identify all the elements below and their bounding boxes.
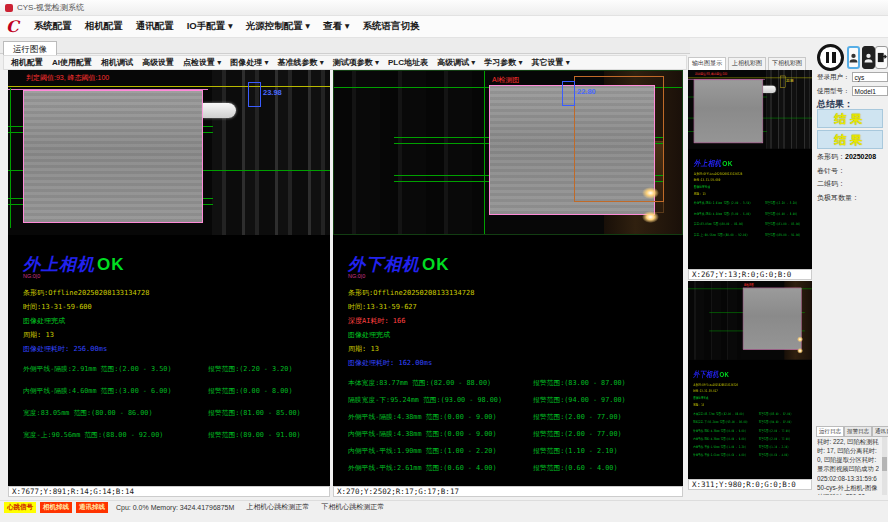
tab-strip: 运行图像 [0,38,690,54]
alarm-text: 报警范围:(83.00 - 87.00) [759,412,812,417]
result-box-top: 结果 [817,109,883,128]
menu-light-config[interactable]: 光源控制配置 ▾ [246,20,310,33]
bottom-camera-heartbeat-status: 下相机心跳检测正常 [321,502,384,512]
bottom-camera-thumbnail[interactable]: AI检测图 外下相机OK 条形码:Offline2025020813313472… [688,281,812,479]
log-tab-alarm[interactable]: 报警日志 [844,426,872,437]
alarm-text: 报警范围:(83.00 - 87.00) [533,378,683,388]
app-window: CYS-视觉检测系统 C 系统配置 相机配置 通讯配置 IO手配置 ▾ 光源控制… [0,0,888,522]
yellow-reference-line [8,86,330,87]
scrollbar-thumb[interactable] [882,457,887,471]
weld-glow-spot [642,211,659,223]
ai-elapsed-line: 深度AI耗时: 166 [348,316,683,326]
toolbar-advanced-settings[interactable]: 高级设置 [142,57,174,68]
toolbar-learning-params[interactable]: 学习参数 ▾ [484,57,522,68]
tab-count-label: 负极耳数量： [817,193,859,203]
measurement-text: 内侧平线-隔膜:4.38mm 范围:(0.00 - 9.00) [693,436,758,441]
done-line: 图像处理完成 [23,316,330,326]
camera-name: 外上相机 [694,158,722,167]
pause-button[interactable] [817,44,844,71]
cell-texture [24,91,202,222]
log-tab-comm[interactable]: 通讯日志 [872,426,888,437]
alarm-text: 报警范围:(0.60 - 4.00) [533,463,683,473]
menu-view[interactable]: 查看 ▾ [323,20,349,33]
background-texture [334,71,484,234]
left-camera-image[interactable]: 判定阈值:93, 峰态阈值:100 23.98 [8,70,330,235]
toolbar-ai-config[interactable]: AI使用配置 [52,57,92,68]
bottom-pixel-coordinate-readout: X:270;Y:2502;R:17;G:17;B:17 [333,486,683,497]
pause-icon [832,52,836,63]
measurement-text: 内侧平线-平线:1.90mm 范围:(1.00 - 2.20) [348,446,533,456]
log-tab-run[interactable]: 运行日志 [816,426,844,437]
menu-camera-config[interactable]: 相机配置 [85,20,123,33]
measurement-text: 隔膜宽度-下:95.24mm 范围:(93.00 - 98.00) [348,395,533,405]
toolbar-camera-debug[interactable]: 相机调试 [101,57,133,68]
user-icon [864,53,873,63]
bottom-camera-image[interactable]: AI检测图 22.80 [333,70,683,235]
comm-offline-badge: 通讯掉线 [76,502,108,513]
green-edge-line [484,71,485,235]
menu-io-config[interactable]: IO手配置 ▾ [187,20,233,33]
threshold-overlay-label: 判定阈值:93, 峰态阈值:100 [26,73,109,83]
top-camera-heartbeat-status: 上相机心跳检测正常 [246,502,309,512]
user-switch-button[interactable] [862,46,875,69]
log-scrollbar[interactable] [882,437,887,495]
camera-name: 外下相机 [348,255,420,274]
ai-overlay-label: AI检测图 [744,283,754,288]
toolbar-advanced-debug[interactable]: 高级调试 ▾ [437,57,475,68]
toolbar-spot-check[interactable]: 点检设置 ▾ [183,57,221,68]
login-user-value[interactable]: cys [852,72,888,82]
thumb-tab-bottom-camera[interactable]: 下相机彩图 [768,57,806,70]
model-value[interactable]: Model1 [852,86,888,96]
measurement-text: 内侧平线-平线:1.90mm 范围:(1.00 - 2.20) [693,444,758,449]
bottom-result-block: 外下相机OK NG:0|0 条形码:Offline202502081331347… [333,235,683,473]
barcode-line: 条形码:Offline20250208133134728 [693,382,812,387]
top-camera-thumbnail[interactable]: 判定阈值:93, 峰态阈值:100 23.98 外上相机OK 条形码:Offli… [688,70,812,269]
measure-roi-box [562,81,575,106]
alarm-text: 报警范围:(94.00 - 97.00) [759,420,812,425]
toolbar-test-params[interactable]: 测试项参数 ▾ [333,57,379,68]
menu-language-switch[interactable]: 系统语言切换 [363,20,420,33]
bottom-camera-panel: AI检测图 22.80 外下相机OK NG:0|0 条形码:Offline202… [333,70,683,486]
camera-name: 外下相机 [693,369,718,378]
toolbar-other-settings[interactable]: 其它设置 ▾ [532,57,570,68]
toolbar-image-processing[interactable]: 图像处理 ▾ [230,57,268,68]
measure-roi-box [780,76,785,88]
alarm-text: 报警范围:(94.00 - 97.00) [533,395,683,405]
exit-button[interactable] [875,46,888,69]
time-line: 时间:13-31-59-627 [348,302,683,312]
alarm-text: 报警范围:(1.10 - 2.10) [759,444,812,449]
cell-tab [203,103,236,118]
toolbar-camera-config[interactable]: 相机配置 [11,57,43,68]
thumb-tab-top-camera[interactable]: 上相机彩图 [728,57,766,70]
elapsed-line: 图像处理耗时: 256.00ms [23,344,330,354]
alarm-text: 报警范围:(1.10 - 2.10) [533,446,683,456]
pause-icon [826,52,830,63]
login-user-button[interactable] [847,46,860,69]
needle-number-label: 卷针号： [817,166,845,176]
menu-comm-config[interactable]: 通讯配置 [136,20,174,33]
menu-system-config[interactable]: 系统配置 [34,20,72,33]
toolbar-plc-address[interactable]: PLC地址表 [388,57,428,68]
threshold-overlay-label: 判定阈值:93, 峰态阈值:100 [695,71,727,76]
alarm-text: 报警范围:(2.00 - 77.00) [533,429,683,439]
alarm-text: 报警范围:(2.00 - 77.00) [759,436,812,441]
weld-glow-spot [797,348,803,354]
alarm-text: 报警范围:(89.00 - 91.00) [208,430,330,440]
toolbar-baseline-params[interactable]: 基准线参数 ▾ [278,57,324,68]
barcode-line: 条形码:Offline20250208133134728 [348,288,683,298]
battery-cell-region [694,80,763,144]
thumb-tab-output[interactable]: 输出图显示 [688,57,726,70]
measurement-text: 内侧平线-隔膜:4.38mm 范围:(0.00 - 9.00) [348,429,533,439]
weld-glow-spot [642,187,659,199]
cpu-memory-readout: Cpu: 0.0% Memory: 3424.41796875M [116,504,234,511]
weld-glow-spot [797,336,803,342]
qr-code-label: 二维码： [817,179,845,189]
time-line: 时间:13-31-59-627 [693,389,812,394]
alarm-text: 报警范围:(81.00 - 85.00) [208,408,330,418]
side-panel: 登录用户： cys 使用型号： Model1 总结果： 结果 结果 条形码：20… [815,40,888,498]
cycle-line: 周期: 13 [23,330,330,340]
camera-offline-badge: 相机掉线 [40,502,72,513]
green-edge-line [10,88,11,228]
status-bar: 心跳信号 相机掉线 通讯掉线 Cpu: 0.0% Memory: 3424.41… [0,500,888,513]
barcode-line: 条形码:Offline20250208133134728 [694,171,812,176]
